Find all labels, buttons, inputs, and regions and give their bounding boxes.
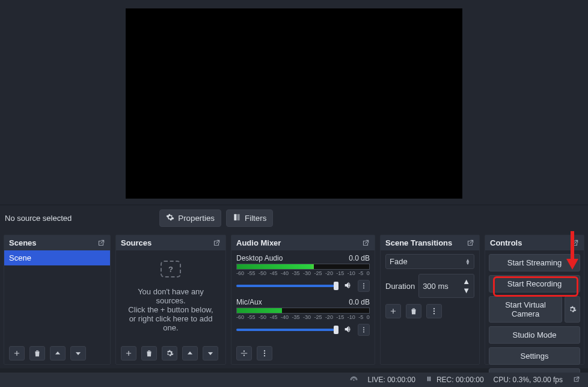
duration-label: Duration	[385, 282, 415, 291]
popout-icon[interactable]	[572, 376, 581, 384]
svg-point-7	[363, 332, 364, 333]
status-bar: LIVE: 00:00:00 REC: 00:00:00 CPU: 0.3%, …	[0, 373, 588, 387]
popout-icon[interactable]	[361, 239, 370, 247]
mixer-toolbar	[231, 342, 375, 364]
mute-button[interactable]	[343, 324, 353, 336]
properties-button[interactable]: Properties	[159, 209, 221, 227]
scenes-panel: Scenes Scene	[4, 235, 111, 365]
controls-header[interactable]: Controls	[485, 235, 584, 250]
audio-meter	[236, 264, 370, 270]
updown-icon: ▲▼	[465, 259, 470, 265]
audio-mixer-panel: Audio Mixer Desktop Audio 0.0 dB -60-55-…	[231, 235, 375, 365]
mute-button[interactable]	[343, 280, 353, 292]
transitions-header[interactable]: Scene Transitions	[381, 235, 479, 250]
duration-value: 300 ms	[423, 282, 449, 291]
svg-point-14	[354, 379, 355, 380]
sources-empty-line: Click the + button below,	[128, 305, 213, 314]
svg-point-5	[363, 327, 364, 329]
popout-icon[interactable]	[212, 239, 221, 247]
sources-toolbar	[116, 342, 225, 364]
channel-db: 0.0 dB	[349, 254, 370, 262]
scenes-header[interactable]: Scenes	[4, 235, 110, 250]
cpu-status: CPU: 0.3%, 30.00 fps	[494, 376, 563, 384]
updown-icon: ▲▼	[462, 277, 470, 295]
add-source-button[interactable]	[121, 346, 136, 361]
mixer-body: Desktop Audio 0.0 dB -60-55-50-45-40-35-…	[231, 250, 375, 342]
meter-ticks: -60-55-50-45-40-35-30-25-20-15-10-50	[236, 270, 370, 276]
source-properties-button[interactable]	[162, 346, 177, 361]
scenes-toolbar	[4, 342, 110, 364]
no-source-label: No source selected	[5, 214, 72, 223]
svg-rect-0	[234, 214, 236, 221]
settings-button[interactable]: Settings	[489, 347, 580, 365]
gear-icon	[166, 213, 174, 223]
source-up-button[interactable]	[182, 346, 198, 361]
rec-status: REC: 00:00:00	[436, 376, 484, 384]
svg-point-10	[264, 355, 265, 356]
add-transition-button[interactable]	[385, 304, 401, 318]
transition-select[interactable]: Fade ▲▼	[385, 254, 474, 269]
mixer-menu-button[interactable]	[257, 346, 272, 361]
transitions-title: Scene Transitions	[385, 238, 452, 247]
connection-icon	[350, 376, 358, 384]
sources-header[interactable]: Sources	[116, 235, 225, 250]
svg-point-9	[264, 353, 265, 354]
audio-channel: Desktop Audio 0.0 dB -60-55-50-45-40-35-…	[236, 253, 370, 292]
preview-area	[0, 0, 588, 205]
scene-down-button[interactable]	[70, 346, 86, 361]
volume-slider[interactable]	[236, 285, 338, 287]
scenes-title: Scenes	[9, 238, 37, 247]
channel-name: Mic/Aux	[236, 298, 262, 306]
delete-scene-button[interactable]	[29, 346, 45, 361]
controls-title: Controls	[490, 238, 522, 247]
popout-icon[interactable]	[571, 239, 579, 247]
audio-meter	[236, 308, 370, 314]
source-toolbar: No source selected Properties Filters	[0, 205, 588, 231]
virtual-camera-settings-button[interactable]	[565, 296, 580, 323]
audio-channel: Mic/Aux 0.0 dB -60-55-50-45-40-35-30-25-…	[236, 297, 370, 336]
filters-icon	[233, 213, 241, 223]
sources-empty-line: or right click here to add one.	[123, 314, 218, 332]
svg-point-11	[433, 308, 435, 309]
svg-rect-1	[237, 214, 240, 221]
scene-item[interactable]: Scene	[4, 250, 110, 265]
svg-point-6	[363, 329, 364, 330]
transition-menu-button[interactable]	[426, 304, 442, 318]
source-down-button[interactable]	[203, 346, 218, 361]
sources-empty-area[interactable]: ? You don't have any sources. Click the …	[116, 250, 225, 342]
svg-point-12	[433, 311, 435, 312]
channel-menu-button[interactable]	[358, 280, 370, 292]
start-virtual-camera-button[interactable]: Start Virtual Camera	[489, 296, 562, 323]
popout-icon[interactable]	[466, 239, 474, 247]
svg-point-4	[363, 288, 364, 289]
mixer-header[interactable]: Audio Mixer	[231, 235, 375, 250]
studio-mode-button[interactable]: Studio Mode	[489, 326, 580, 344]
svg-point-2	[363, 283, 364, 285]
delete-source-button[interactable]	[141, 346, 157, 361]
delete-transition-button[interactable]	[406, 304, 421, 318]
scene-up-button[interactable]	[50, 346, 66, 361]
properties-button-label: Properties	[178, 214, 215, 223]
sources-empty-line: You don't have any sources.	[123, 287, 218, 305]
svg-point-3	[363, 285, 364, 286]
svg-point-13	[433, 313, 435, 314]
preview-canvas[interactable]	[126, 8, 462, 199]
transitions-panel: Scene Transitions Fade ▲▼ Duration 300 m…	[380, 235, 480, 365]
sources-title: Sources	[121, 238, 152, 247]
duration-input[interactable]: 300 ms ▲▼	[418, 274, 474, 298]
sources-panel: Sources ? You don't have any sources. Cl…	[115, 235, 226, 365]
channel-name: Desktop Audio	[236, 254, 283, 262]
filters-button-label: Filters	[245, 214, 266, 223]
add-scene-button[interactable]	[9, 346, 25, 361]
volume-slider[interactable]	[236, 329, 338, 331]
channel-menu-button[interactable]	[358, 324, 370, 336]
pause-icon	[425, 375, 433, 385]
popout-icon[interactable]	[97, 239, 105, 247]
channel-db: 0.0 dB	[349, 298, 370, 306]
mixer-title: Audio Mixer	[236, 238, 281, 247]
advanced-audio-button[interactable]	[236, 346, 252, 361]
start-recording-button[interactable]: Start Recording	[489, 275, 580, 293]
question-icon: ?	[161, 261, 181, 277]
start-streaming-button[interactable]: Start Streaming	[489, 254, 580, 271]
filters-button[interactable]: Filters	[226, 209, 273, 227]
